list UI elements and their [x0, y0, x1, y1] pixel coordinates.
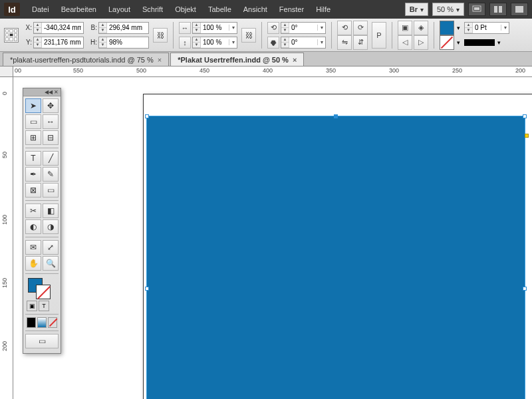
bridge-button[interactable]: Br▾: [405, 3, 428, 16]
menu-fenster[interactable]: Fenster: [274, 3, 309, 16]
stroke-swatch[interactable]: [440, 35, 454, 50]
view-mode-button[interactable]: ▭: [25, 334, 59, 348]
menu-bearbeiten[interactable]: Bearbeiten: [56, 3, 102, 16]
flip-h-icon[interactable]: ⇋: [337, 35, 352, 50]
rectangle-tool[interactable]: ▭: [43, 183, 59, 198]
apply-color-icon[interactable]: [27, 317, 36, 328]
resize-handle[interactable]: [523, 114, 527, 118]
workspace-button[interactable]: [511, 3, 528, 16]
close-icon[interactable]: ×: [293, 56, 297, 64]
apply-none-icon[interactable]: [48, 317, 57, 328]
page-tool[interactable]: ▭: [25, 114, 41, 129]
content-placer-tool[interactable]: ⊟: [43, 130, 59, 145]
selection-tool[interactable]: ➤: [25, 98, 41, 113]
panel-collapse-icon[interactable]: ◀◀ ✕: [23, 88, 61, 96]
rotate-cw-icon[interactable]: ⟳: [353, 21, 368, 35]
dropdown-arrow-icon[interactable]: ▾: [457, 39, 460, 46]
shear-icon: ⯂: [267, 37, 279, 49]
resize-handle[interactable]: [334, 114, 338, 118]
note-tool[interactable]: ✉: [25, 240, 41, 255]
document-tab[interactable]: *Plakat Usertreffen.indd @ 50 %×: [170, 53, 304, 66]
select-prev-icon[interactable]: ◁: [398, 35, 412, 50]
resize-handle[interactable]: [523, 287, 527, 291]
gap-tool[interactable]: ↔: [43, 114, 59, 129]
content-collector-tool[interactable]: ⊞: [25, 130, 41, 145]
scale-y-icon: ↕: [179, 37, 191, 49]
canvas[interactable]: [13, 77, 532, 399]
constrain-wh-icon[interactable]: ⛓: [153, 28, 168, 43]
menu-objekt[interactable]: Objekt: [170, 3, 201, 16]
field-rotate[interactable]: ▲▼▾: [281, 22, 326, 34]
zoom-value: 50 %: [437, 5, 454, 13]
ruler-horizontal[interactable]: 00 550 500 450 400 350 300 250 200: [13, 66, 532, 77]
flip-v-icon[interactable]: ⇵: [353, 35, 368, 50]
scissors-tool[interactable]: ✂: [25, 203, 41, 218]
corner-options-handle[interactable]: [525, 134, 529, 138]
resize-handle[interactable]: [145, 287, 149, 291]
menu-bar: Id Datei Bearbeiten Layout Schrift Objek…: [0, 0, 532, 19]
label-x: X:: [23, 24, 32, 31]
field-y[interactable]: ▲▼: [33, 37, 84, 49]
menu-ansicht[interactable]: Ansicht: [238, 3, 273, 16]
ruler-vertical[interactable]: 0 50 100 150 200: [0, 77, 13, 399]
field-stroke-weight[interactable]: ▲▼▾: [464, 22, 509, 34]
scale-x-icon: ↔: [179, 22, 191, 34]
ruler-origin[interactable]: [0, 66, 13, 77]
select-next-icon[interactable]: ▷: [414, 35, 428, 50]
resize-handle[interactable]: [145, 114, 149, 118]
document-tabs: *plakat-usertreffen-psdtutorials.indd @ …: [0, 52, 532, 66]
screen-mode-button[interactable]: [468, 3, 485, 16]
stroke-proxy[interactable]: [36, 285, 51, 299]
pen-tool[interactable]: ✒: [25, 167, 41, 182]
reference-point-grid[interactable]: [4, 28, 19, 43]
rectangle-frame-tool[interactable]: ⊠: [25, 183, 41, 198]
hand-tool[interactable]: ✋: [25, 256, 41, 271]
menu-schrift[interactable]: Schrift: [137, 3, 168, 16]
field-height[interactable]: ▲▼: [98, 37, 149, 49]
tab-label: *plakat-usertreffen-psdtutorials.indd @ …: [10, 56, 154, 64]
menu-hilfe[interactable]: Hilfe: [311, 3, 336, 16]
select-content-icon[interactable]: ◈: [414, 21, 428, 35]
zoom-tool[interactable]: 🔍: [43, 256, 59, 271]
svg-rect-2: [494, 6, 497, 13]
fill-stroke-proxy[interactable]: [25, 277, 59, 299]
free-transform-tool[interactable]: ◧: [43, 203, 59, 218]
eyedropper-tool[interactable]: ⤢: [43, 240, 59, 255]
menu-tabelle[interactable]: Tabelle: [203, 3, 237, 16]
app-logo-indesign: Id: [4, 3, 20, 16]
rotate-ccw-icon[interactable]: ⟲: [337, 21, 352, 35]
menu-layout[interactable]: Layout: [103, 3, 136, 16]
field-scale-x[interactable]: ▲▼▾: [192, 22, 237, 34]
gradient-feather-tool[interactable]: ◑: [43, 219, 59, 234]
field-scale-y[interactable]: ▲▼▾: [192, 37, 237, 49]
tools-panel[interactable]: ◀◀ ✕ ➤ ✥ ▭ ↔ ⊞ ⊟ T ╱ ✒ ✎ ⊠ ▭ ✂ ◧ ◐ ◑ ✉ ⤢…: [23, 88, 61, 354]
document-tab[interactable]: *plakat-usertreffen-psdtutorials.indd @ …: [3, 53, 169, 66]
arrange-button[interactable]: [489, 3, 507, 16]
select-container-icon[interactable]: ▣: [398, 21, 412, 35]
dropdown-arrow-icon[interactable]: ▾: [457, 25, 460, 31]
selected-rectangle[interactable]: [146, 116, 525, 399]
direct-selection-tool[interactable]: ✥: [43, 98, 59, 113]
p-indicator-icon: P: [372, 22, 386, 49]
stroke-style-preview[interactable]: [464, 39, 495, 46]
formatting-text-icon[interactable]: T: [39, 301, 49, 311]
pencil-tool[interactable]: ✎: [43, 167, 59, 182]
apply-gradient-icon[interactable]: [37, 317, 47, 328]
fill-swatch[interactable]: [440, 21, 454, 35]
svg-rect-1: [474, 7, 479, 10]
close-icon[interactable]: ×: [158, 56, 162, 64]
field-width[interactable]: ▲▼: [98, 22, 149, 34]
gradient-swatch-tool[interactable]: ◐: [25, 219, 41, 234]
type-tool[interactable]: T: [25, 151, 41, 166]
field-shear[interactable]: ▲▼▾: [281, 37, 326, 49]
constrain-scale-icon[interactable]: ⛓: [241, 28, 256, 43]
svg-rect-4: [515, 6, 523, 13]
formatting-container-icon[interactable]: ▣: [27, 301, 37, 311]
line-tool[interactable]: ╱: [43, 151, 59, 166]
bridge-label: Br: [410, 5, 418, 13]
label-y: Y:: [23, 39, 32, 46]
field-x[interactable]: ▲▼: [33, 22, 84, 34]
zoom-dropdown[interactable]: 50 %▾: [432, 3, 464, 16]
dropdown-arrow-icon[interactable]: ▾: [497, 39, 501, 46]
menu-datei[interactable]: Datei: [27, 3, 55, 16]
